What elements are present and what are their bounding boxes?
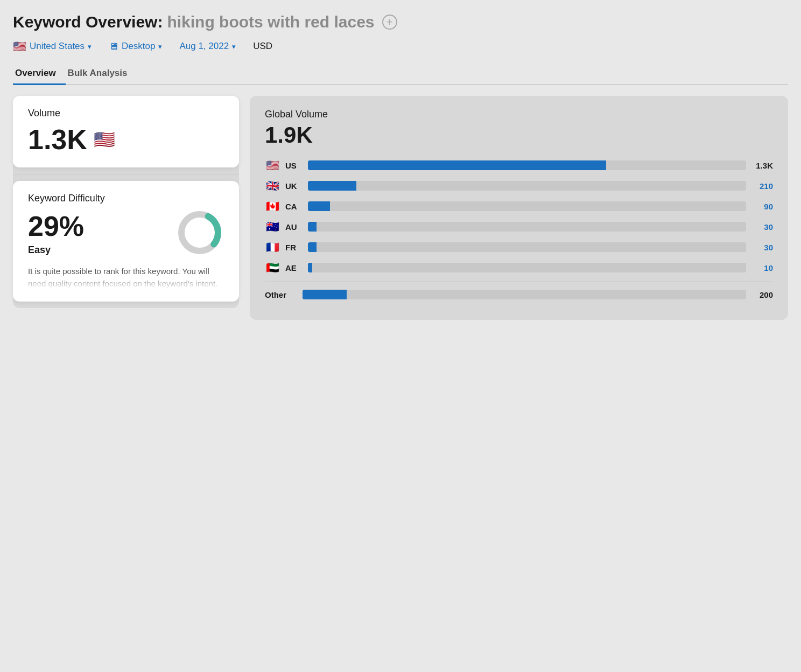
country-value-ca: 90: [751, 202, 773, 211]
bar-fill-fr: [308, 242, 317, 252]
device-chevron-icon: ▾: [158, 43, 162, 51]
bar-fill-us: [308, 160, 606, 170]
bar-container-uk: [308, 181, 746, 191]
page-title-keyword: hiking boots with red laces: [167, 13, 374, 31]
tab-bulk-analysis[interactable]: Bulk Analysis: [66, 64, 137, 84]
left-column: Volume 1.3K 🇺🇸 Keyword Difficulty 29% Ea…: [13, 96, 239, 308]
other-bar-fill: [303, 290, 347, 299]
monitor-icon: 🖥: [109, 41, 118, 52]
volume-card: Volume 1.3K 🇺🇸: [13, 96, 239, 167]
page-title-bold: Keyword Overview:: [13, 13, 163, 31]
kd-card: Keyword Difficulty 29% Easy: [13, 181, 239, 302]
global-volume-label: Global Volume: [265, 109, 773, 120]
country-flag-uk: 🇬🇧: [265, 179, 280, 192]
page-wrapper: Keyword Overview: hiking boots with red …: [13, 13, 788, 320]
other-row: Other 200: [265, 290, 773, 299]
country-chevron-icon: ▾: [88, 43, 92, 51]
country-flag-fr: 🇫🇷: [265, 241, 280, 254]
kd-left: 29% Easy: [28, 210, 165, 256]
country-flag-ca: 🇨🇦: [265, 200, 280, 213]
header: Keyword Overview: hiking boots with red …: [13, 13, 788, 31]
country-code-fr: FR: [285, 243, 303, 252]
kd-donut-chart: [175, 208, 224, 257]
country-value-au: 30: [751, 222, 773, 232]
bar-fill-au: [308, 222, 317, 232]
other-bar: [303, 290, 746, 299]
global-volume-card: Global Volume 1.9K 🇺🇸 US 1.3K 🇬🇧 UK 210 …: [250, 96, 788, 320]
date-label: Aug 1, 2022: [179, 41, 229, 52]
country-value-us: 1.3K: [751, 161, 773, 170]
country-code-ae: AE: [285, 263, 303, 272]
tab-overview[interactable]: Overview: [13, 64, 66, 84]
bar-container-fr: [308, 242, 746, 252]
kd-description: It is quite possible to rank for this ke…: [28, 265, 224, 290]
country-label: United States: [30, 41, 85, 52]
bar-fill-ca: [308, 201, 330, 211]
other-value: 200: [751, 290, 773, 299]
global-volume-value: 1.9K: [265, 122, 773, 148]
country-value-ae: 10: [751, 263, 773, 272]
country-code-ca: CA: [285, 202, 303, 211]
country-row: 🇫🇷 FR 30: [265, 241, 773, 254]
device-filter[interactable]: 🖥 Desktop ▾: [109, 41, 162, 52]
country-value-uk: 210: [751, 181, 773, 191]
country-flag-ae: 🇦🇪: [265, 261, 280, 274]
country-filter[interactable]: 🇺🇸 United States ▾: [13, 40, 92, 53]
country-code-au: AU: [285, 222, 303, 232]
volume-number: 1.3K: [28, 123, 87, 156]
bar-container-us: [308, 160, 746, 170]
country-row: 🇦🇪 AE 10: [265, 261, 773, 274]
country-row: 🇺🇸 US 1.3K: [265, 159, 773, 172]
bar-container-au: [308, 222, 746, 232]
country-flag: 🇺🇸: [13, 40, 26, 53]
currency-label: USD: [253, 41, 272, 52]
country-row: 🇦🇺 AU 30: [265, 220, 773, 233]
cards-divider: [13, 174, 239, 174]
volume-card-label: Volume: [28, 108, 224, 119]
bar-container-ca: [308, 201, 746, 211]
main-content: Volume 1.3K 🇺🇸 Keyword Difficulty 29% Ea…: [13, 96, 788, 320]
other-label: Other: [265, 290, 297, 299]
add-keyword-icon[interactable]: +: [382, 15, 397, 30]
bar-container-ae: [308, 263, 746, 272]
date-chevron-icon: ▾: [232, 43, 236, 51]
other-divider: [265, 282, 773, 282]
tabs-row: Overview Bulk Analysis: [13, 64, 788, 85]
currency-display: USD: [253, 41, 272, 52]
device-label: Desktop: [122, 41, 155, 52]
country-rows-container: 🇺🇸 US 1.3K 🇬🇧 UK 210 🇨🇦 CA 90 🇦🇺 AU: [265, 159, 773, 274]
country-row: 🇨🇦 CA 90: [265, 200, 773, 213]
date-filter[interactable]: Aug 1, 2022 ▾: [179, 41, 236, 52]
bar-fill-ae: [308, 263, 312, 272]
country-code-us: US: [285, 161, 303, 170]
country-flag-au: 🇦🇺: [265, 220, 280, 233]
filters-row: 🇺🇸 United States ▾ 🖥 Desktop ▾ Aug 1, 20…: [13, 40, 788, 53]
kd-difficulty-level: Easy: [28, 244, 165, 256]
bar-fill-uk: [308, 181, 356, 191]
kd-main-row: 29% Easy: [28, 208, 224, 257]
country-row: 🇬🇧 UK 210: [265, 179, 773, 192]
kd-card-label: Keyword Difficulty: [28, 193, 224, 204]
volume-value: 1.3K 🇺🇸: [28, 123, 224, 156]
country-code-uk: UK: [285, 181, 303, 191]
country-flag-us: 🇺🇸: [265, 159, 280, 172]
country-value-fr: 30: [751, 243, 773, 252]
kd-percentage: 29%: [28, 210, 165, 242]
volume-flag: 🇺🇸: [94, 129, 115, 150]
